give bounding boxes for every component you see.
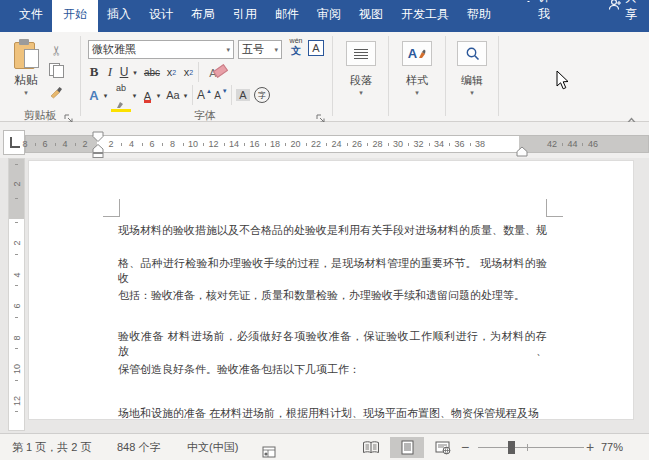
zoom-out-button[interactable]: − xyxy=(461,434,469,460)
grow-font-button[interactable]: A▲ xyxy=(196,85,213,105)
underline-dropdown-arrow[interactable]: ▾ xyxy=(130,62,140,82)
share-button[interactable]: 共享 xyxy=(606,0,639,32)
ruler-number: 30 xyxy=(391,136,405,152)
ribbon-tab[interactable]: 审阅 xyxy=(308,0,350,32)
ruler-number: 2 xyxy=(104,136,118,152)
print-layout-button[interactable] xyxy=(390,437,424,458)
ruler-number: 8 xyxy=(12,332,22,344)
ruler-number: 38 xyxy=(473,136,487,152)
ribbon-tab[interactable]: 视图 xyxy=(350,0,392,32)
document-text-line: 现场材料的验收措施以及不合格品的处验收是利用有关手段对进场材料的质量、数量、规 xyxy=(118,223,547,238)
zoom-level-value[interactable]: 77% xyxy=(601,434,623,460)
styles-icon[interactable]: A xyxy=(402,41,432,66)
horizontal-ruler[interactable]: 8642 2468101214161820222426283032343638 … xyxy=(25,135,649,153)
lightbulb-icon xyxy=(522,0,535,6)
status-bar: 第 1 页，共 2 页 848 个字 中文(中国) xyxy=(0,433,649,460)
paste-label: 粘贴 xyxy=(6,72,46,89)
chevron-down-icon[interactable]: ▾ xyxy=(331,89,391,96)
zoom-slider-handle[interactable] xyxy=(508,441,515,454)
font-name-combobox[interactable]: 微软雅黑 ▾ xyxy=(88,40,234,59)
format-painter-icon xyxy=(49,84,64,99)
enclose-characters-button[interactable]: 字 xyxy=(253,85,271,105)
highlight-dropdown-arrow[interactable]: ▾ xyxy=(130,85,139,105)
clipboard-dialog-launcher-icon[interactable] xyxy=(64,110,74,120)
character-shading-icon: A xyxy=(236,89,249,101)
change-case-dropdown-arrow[interactable]: ▾ xyxy=(181,85,190,105)
ruler-number: 6 xyxy=(12,300,22,312)
right-indent-marker[interactable] xyxy=(516,146,528,157)
text-effects-dropdown-arrow[interactable]: ▾ xyxy=(101,85,110,105)
font-color-icon: A xyxy=(144,86,151,104)
font-size-combobox[interactable]: 五号 ▾ xyxy=(238,40,282,59)
ruler-number: 24 xyxy=(330,136,344,152)
document-text-line: 保管创造良好条件。验收准备包括以下几项工作： xyxy=(118,362,547,377)
ruler-number: 26 xyxy=(350,136,364,152)
word-count-status[interactable]: 848 个字 xyxy=(117,434,160,460)
bold-button[interactable]: B xyxy=(86,62,102,82)
page-number-status[interactable]: 第 1 页，共 2 页 xyxy=(12,434,91,460)
text-effects-button[interactable]: A xyxy=(86,85,102,105)
ruler-number: 18 xyxy=(268,136,282,152)
ribbon-tab[interactable]: 插入 xyxy=(98,0,140,32)
collapse-ribbon-icon[interactable] xyxy=(627,110,635,118)
ruler-number: 42 xyxy=(545,136,559,152)
language-status[interactable]: 中文(中国) xyxy=(187,434,238,460)
print-layout-icon xyxy=(401,440,414,455)
change-case-button[interactable]: Aa xyxy=(164,85,182,105)
chevron-down-icon[interactable]: ▾ xyxy=(442,89,502,96)
cut-button[interactable]: ✂ xyxy=(46,41,66,59)
copy-button[interactable] xyxy=(46,61,66,79)
font-color-button[interactable]: A xyxy=(140,85,155,105)
superscript-button[interactable]: x2 xyxy=(180,62,197,82)
font-color-dropdown-arrow[interactable]: ▾ xyxy=(154,85,163,105)
ribbon-tab[interactable]: 引用 xyxy=(224,0,266,32)
character-border-button[interactable]: A xyxy=(308,40,324,56)
character-border-icon: A xyxy=(312,42,319,54)
ruler-number: 12 xyxy=(207,136,221,152)
ruler-number: 34 xyxy=(432,136,446,152)
format-painter-button[interactable] xyxy=(46,82,66,100)
paste-dropdown-arrow[interactable]: ▾ xyxy=(6,89,46,96)
ribbon-tab[interactable]: 设计 xyxy=(140,0,182,32)
chevron-down-icon[interactable]: ▾ xyxy=(274,46,278,53)
scissors-icon: ✂ xyxy=(49,45,64,56)
ribbon-tab[interactable]: 文件 xyxy=(10,0,52,32)
character-shading-button[interactable]: A xyxy=(235,85,251,105)
ribbon-tab[interactable]: 开发工具 xyxy=(392,0,458,32)
ribbon-tab[interactable]: 帮助 xyxy=(458,0,500,32)
zoom-slider-track[interactable] xyxy=(478,447,584,448)
chevron-down-icon[interactable]: ▾ xyxy=(387,89,447,96)
tell-me-button[interactable]: 告诉我 xyxy=(518,0,554,32)
indent-markers[interactable] xyxy=(92,131,104,158)
ruler-number: 2 xyxy=(12,237,22,249)
web-layout-button[interactable] xyxy=(428,437,458,458)
subscript-button[interactable]: x2 xyxy=(163,62,180,82)
ribbon-tab[interactable]: 邮件 xyxy=(266,0,308,32)
paragraph-icon[interactable] xyxy=(346,41,376,66)
ruler-number: 44 xyxy=(566,136,580,152)
document-page[interactable]: 现场材料的验收措施以及不合格品的处验收是利用有关手段对进场材料的质量、数量、规格… xyxy=(28,160,634,420)
clear-formatting-button[interactable]: A xyxy=(202,62,224,82)
document-text-line: 包括：验收准备，核对凭证，质量和数量检验，办理验收手续和遗留问题的处理等。 xyxy=(118,288,547,303)
read-mode-button[interactable] xyxy=(356,437,386,458)
vertical-ruler[interactable]: 2 24681012 xyxy=(8,158,25,431)
ruler-number: 10 xyxy=(186,136,200,152)
text-highlight-button[interactable]: ab xyxy=(111,85,131,105)
ruler-number: 46 xyxy=(586,136,600,152)
font-group-label: 字体 xyxy=(175,108,235,123)
ruler-number: 6 xyxy=(38,136,52,152)
document-area: 2 24681012 现场材料的验收措施以及不合格品的处验收是利用有关手段对进场… xyxy=(0,158,649,433)
chevron-down-icon[interactable]: ▾ xyxy=(226,46,230,53)
phonetic-guide-button[interactable]: wén 文 xyxy=(286,37,306,56)
search-icon[interactable] xyxy=(457,41,487,66)
macro-record-button[interactable] xyxy=(262,441,276,453)
font-dialog-launcher-icon[interactable] xyxy=(316,110,326,120)
ribbon-tab[interactable]: 布局 xyxy=(182,0,224,32)
zoom-in-button[interactable]: + xyxy=(586,434,594,460)
strikethrough-button[interactable]: abc xyxy=(141,62,163,82)
macro-record-icon xyxy=(262,446,276,458)
ribbon-tab[interactable]: 开始 xyxy=(52,0,98,32)
read-mode-icon xyxy=(362,441,380,454)
ruler-number: 8 xyxy=(166,136,180,152)
shrink-font-button[interactable]: A▼ xyxy=(213,85,229,105)
